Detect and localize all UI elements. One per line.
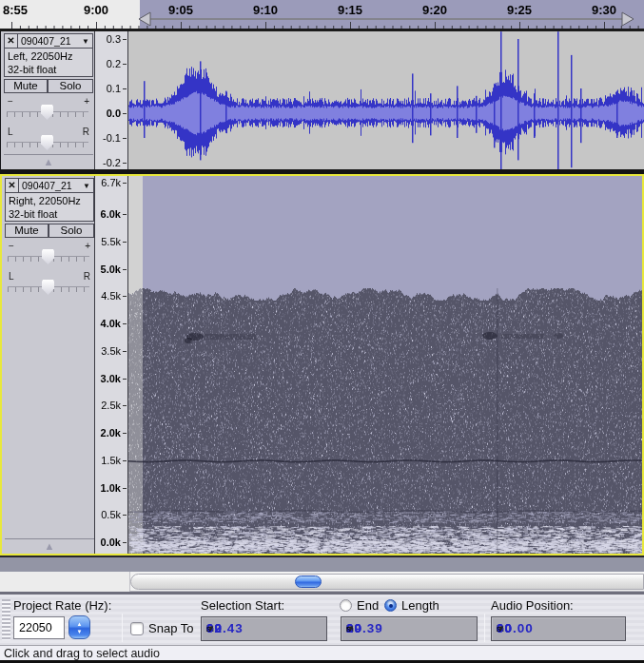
snap-to-label: Snap To	[148, 621, 193, 635]
scale-label: -0.1	[103, 132, 121, 144]
track2-gain-slider[interactable]: − +	[6, 241, 93, 269]
project-rate-stepper[interactable]: ▲▼	[68, 615, 90, 639]
timeline-time-label: 9:05	[168, 3, 193, 17]
scale-tick	[123, 351, 127, 352]
track2-vertical-ruler[interactable]: 6.7k6.0k5.5k5.0k4.5k4.0k3.5k3.0k2.5k2.0k…	[95, 176, 128, 554]
track2-mute-button[interactable]: Mute	[5, 224, 49, 238]
scale-tick	[123, 515, 127, 516]
scale-label: 3.0k	[101, 373, 121, 384]
track1-close-button[interactable]: ✕	[4, 33, 18, 49]
scale-tick	[123, 138, 127, 139]
timeline-time-label: 9:15	[338, 3, 362, 17]
timeline-time-label: 9:30	[592, 3, 616, 17]
length-radio-label[interactable]: Length	[401, 598, 439, 613]
track1-title-dropdown[interactable]: 090407_21 ▼	[17, 33, 93, 49]
scale-tick	[123, 183, 127, 184]
scale-label: 6.7k	[101, 177, 121, 188]
scale-tick	[123, 379, 127, 380]
track-left-waveform: ✕ 090407_21 ▼ Left, 22050Hz 32-bit float…	[0, 31, 644, 169]
scale-label: 4.0k	[101, 318, 121, 329]
gain-minus-label: −	[8, 96, 13, 107]
track1-format-label: 32-bit float	[8, 63, 92, 76]
track2-title-dropdown[interactable]: 090407_21 ▼	[18, 178, 94, 193]
length-radio[interactable]	[384, 599, 397, 612]
track2-format-label: 32-bit float	[9, 207, 93, 221]
selection-length-field[interactable]: 00h00m29.39s▼	[341, 616, 478, 641]
time-format-dropdown-icon[interactable]: ▼	[347, 617, 355, 639]
end-radio[interactable]	[340, 599, 352, 612]
timeline-time-label: 9:20	[422, 3, 447, 17]
time-format-dropdown-icon[interactable]: ▼	[498, 617, 505, 639]
snap-to-checkbox[interactable]	[130, 622, 144, 635]
gain-slider-thumb[interactable]	[42, 249, 54, 264]
track2-pan-slider[interactable]: L R	[6, 271, 93, 300]
toolbar-grip-handle[interactable]	[2, 599, 10, 640]
scale-label: 0.0k	[101, 536, 121, 548]
pan-slider-thumb[interactable]	[41, 135, 53, 150]
track1-vertical-ruler[interactable]: 0.30.20.10.0-0.1-0.2	[95, 31, 128, 169]
project-rate-label: Project Rate (Hz):	[13, 598, 111, 613]
scale-tick	[123, 269, 127, 270]
track1-pan-slider[interactable]: L R	[5, 127, 92, 155]
track1-channel-label: Left, 22050Hz	[8, 49, 92, 63]
track-right-spectrogram-focused: ✕ 090407_21 ▼ Right, 22050Hz 32-bit floa…	[0, 174, 644, 556]
timeline-ruler[interactable]: 8:559:009:059:109:159:209:259:30	[0, 0, 644, 29]
scale-label: 0.3	[107, 33, 121, 45]
track1-info: Left, 22050Hz 32-bit float	[4, 48, 93, 77]
timeline-time-label: 9:10	[253, 3, 278, 17]
spectrogram-canvas[interactable]	[128, 176, 642, 554]
pan-left-label: L	[8, 127, 13, 137]
track2-solo-button[interactable]: Solo	[49, 224, 94, 238]
horizontal-scrollbar-thumb[interactable]	[295, 575, 322, 588]
scale-tick	[123, 214, 127, 215]
timeline-time-label: 9:00	[84, 3, 108, 17]
pan-slider-thumb[interactable]	[42, 280, 54, 295]
track2-close-button[interactable]: ✕	[5, 178, 19, 193]
scale-tick	[123, 323, 127, 324]
scale-tick	[123, 39, 127, 40]
scale-tick	[123, 296, 127, 297]
gain-plus-label: +	[84, 96, 89, 107]
scale-tick	[123, 542, 127, 543]
scale-tick	[123, 488, 127, 489]
project-rate-input[interactable]: 22050	[13, 616, 65, 639]
timeline-time-label: 9:25	[507, 3, 532, 17]
track-area-gap	[0, 557, 644, 572]
selection-toolbar: Project Rate (Hz): 22050 ▲▼ Snap To Sele…	[0, 595, 644, 645]
waveform-canvas[interactable]	[128, 31, 644, 169]
track2-collapse-button[interactable]: ▲	[5, 538, 94, 553]
scale-label: 0.2	[107, 58, 121, 69]
scale-label: 2.5k	[101, 400, 121, 411]
track2-info: Right, 22050Hz 32-bit float	[5, 192, 94, 222]
track1-solo-button[interactable]: Solo	[48, 79, 93, 93]
scale-label: 5.5k	[101, 236, 121, 247]
timeline-time-label: 8:55	[3, 3, 28, 17]
track1-mute-button[interactable]: Mute	[4, 79, 48, 93]
toolbar-separator	[484, 614, 485, 642]
selection-start-field[interactable]: 00h09m02.43s▼	[201, 616, 327, 641]
track1-collapse-button[interactable]: ▲	[4, 154, 93, 168]
scale-tick	[123, 113, 127, 114]
scale-tick	[123, 433, 127, 434]
time-format-dropdown-icon[interactable]: ▼	[207, 617, 215, 639]
selection-start-label: Selection Start:	[201, 598, 284, 613]
gain-slider-thumb[interactable]	[41, 105, 53, 120]
audacity-window: 8:559:009:059:109:159:209:259:30 ✕ 09040…	[0, 0, 644, 663]
scale-tick	[123, 242, 127, 243]
toolbar-separator	[122, 614, 123, 642]
scale-label: 3.5k	[101, 345, 121, 357]
end-radio-label[interactable]: End	[357, 598, 379, 613]
audio-position-field[interactable]: 00h00m00.00s▼	[491, 616, 626, 641]
scale-label: 0.5k	[101, 509, 121, 520]
gain-minus-label: −	[9, 241, 14, 251]
track1-gain-slider[interactable]: − +	[5, 96, 92, 125]
horizontal-scrollbar-track[interactable]	[130, 574, 644, 590]
gain-plus-label: +	[85, 241, 90, 251]
scrollbar-row	[0, 572, 644, 592]
pan-right-label: R	[84, 271, 90, 282]
scale-tick	[123, 64, 127, 65]
track1-control-panel: ✕ 090407_21 ▼ Left, 22050Hz 32-bit float…	[0, 31, 95, 169]
chevron-down-icon: ▼	[82, 34, 89, 49]
track2-control-panel: ✕ 090407_21 ▼ Right, 22050Hz 32-bit floa…	[2, 176, 95, 554]
status-message: Click and drag to select audio	[4, 647, 160, 660]
